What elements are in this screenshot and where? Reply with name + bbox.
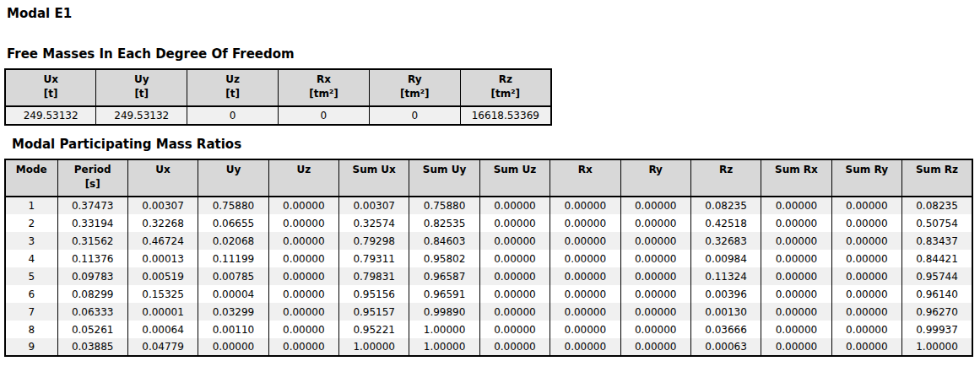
table-cell: 0.00000 [620,267,690,285]
column-header-rx: Rx[tm²] [278,69,369,106]
column-header-label: Sum Ux [341,163,407,176]
table-cell: 0.15325 [127,285,198,303]
column-header-ry: Ry[tm²] [369,69,460,106]
table-cell: 0.37473 [57,197,127,214]
table-cell: 0.00000 [479,303,550,321]
column-header-sum-rz: Sum Rz [902,159,973,197]
column-header-label: Ux [130,163,196,176]
table-cell: 0.96140 [902,285,973,303]
column-header-uy: Uy[t] [96,69,187,106]
column-header-ux: Ux[t] [5,69,96,106]
column-header-unit [271,177,337,191]
table-cell: 0.00000 [761,321,831,338]
column-header-uy: Uy [198,159,268,197]
column-header-label: Rx [280,73,367,86]
table-cell: 0.00000 [831,267,901,285]
table-cell: 0.00000 [198,338,268,356]
column-header-uz: Uz [268,159,338,197]
table-cell: 0.00000 [831,338,901,356]
table-cell: 0.99937 [902,321,973,338]
column-header-unit [130,177,196,191]
column-header-unit: [t] [189,87,276,100]
table-row: 249.53132249.5313200016618.53369 [5,106,551,125]
column-header-uz: Uz[t] [187,69,279,106]
column-header-unit [834,177,900,191]
table-cell: 0.32268 [127,214,198,232]
table-cell: 0.00000 [761,250,831,267]
column-header-label: Ux [8,73,94,86]
table-cell: 0.00000 [831,321,901,338]
table-cell: 0.96270 [902,303,973,321]
table-cell: 0.04779 [127,338,198,356]
column-header-unit [623,177,689,191]
column-header-unit [693,177,759,191]
table-cell: 0.05261 [57,321,127,338]
column-header-sum-uz: Sum Uz [479,159,550,197]
free-masses-section: Free Masses In Each Degree Of Freedom Ux… [4,46,975,126]
column-header-label: Rz [463,73,549,86]
column-header-unit: [tm²] [371,87,458,100]
column-header-unit [341,177,407,191]
table-cell: 0.00000 [620,250,690,267]
column-header-rz: Rz[tm²] [460,69,551,106]
table-cell: 0.00000 [620,285,690,303]
table-row: 30.315620.467240.020680.000000.792980.84… [5,232,972,250]
modal-ratios-title: Modal Participating Mass Ratios [12,137,975,152]
column-header-label: Uy [200,163,266,176]
column-header-label: Sum Rx [763,163,829,176]
table-cell: 0.00000 [620,197,690,214]
table-cell: 0.00000 [268,250,338,267]
column-header-unit: [t] [98,87,185,100]
table-cell: 0.00307 [127,197,198,214]
table-cell: 0.03666 [690,321,761,338]
table-cell: 16618.53369 [460,106,551,125]
table-cell: 0.00000 [761,338,831,356]
table-cell: 3 [5,232,57,250]
table-cell: 0.00000 [268,267,338,285]
table-cell: 0.31562 [57,232,127,250]
column-header-label: Uy [98,73,185,86]
table-cell: 0.00000 [550,250,620,267]
table-cell: 0.96587 [409,267,479,285]
table-cell: 0.00000 [831,285,901,303]
table-cell: 0.95802 [409,250,479,267]
column-header-unit: [s] [60,177,126,191]
table-cell: 0.50754 [902,214,973,232]
table-cell: 0.00000 [550,321,620,338]
table-cell: 0.00000 [479,250,550,267]
table-cell: 0.00000 [620,214,690,232]
column-header-label: Rz [693,163,759,176]
table-cell: 0.00000 [761,232,831,250]
table-cell: 0.79298 [339,232,409,250]
table-cell: 0.00000 [761,285,831,303]
table-cell: 0.00519 [127,267,198,285]
column-header-unit [8,177,56,191]
table-cell: 0.08235 [902,197,973,214]
table-cell: 0.99890 [409,303,479,321]
table-cell: 1.00000 [409,321,479,338]
table-cell: 4 [5,250,57,267]
table-cell: 5 [5,267,57,285]
table-cell: 0 [278,106,369,125]
column-header-unit [904,177,970,191]
table-cell: 0.00000 [620,303,690,321]
table-cell: 1 [5,197,57,214]
modal-ratios-section: Modal Participating Mass Ratios ModePeri… [4,137,975,357]
table-cell: 0.00000 [550,303,620,321]
table-cell: 0.00000 [831,303,901,321]
free-masses-table: Ux[t]Uy[t]Uz[t]Rx[tm²]Ry[tm²]Rz[tm²]249.… [4,68,552,126]
table-cell: 0.00000 [268,338,338,356]
header-row: Ux[t]Uy[t]Uz[t]Rx[tm²]Ry[tm²]Rz[tm²] [5,69,551,106]
page-title: Modal E1 [7,6,975,21]
table-cell: 1.00000 [339,338,409,356]
modal-ratios-table: ModePeriod[s]UxUyUzSum UxSum UySum UzRxR… [4,159,973,357]
table-row: 80.052610.000640.001100.000000.952211.00… [5,321,972,338]
table-cell: 0.95157 [339,303,409,321]
table-cell: 0.00000 [761,303,831,321]
table-cell: 0.00013 [127,250,198,267]
table-row: 50.097830.005190.007850.000000.798310.96… [5,267,972,285]
column-header-sum-rx: Sum Rx [761,159,831,197]
table-cell: 2 [5,214,57,232]
column-header-label: Ry [371,73,458,86]
column-header-unit: [tm²] [280,87,367,100]
